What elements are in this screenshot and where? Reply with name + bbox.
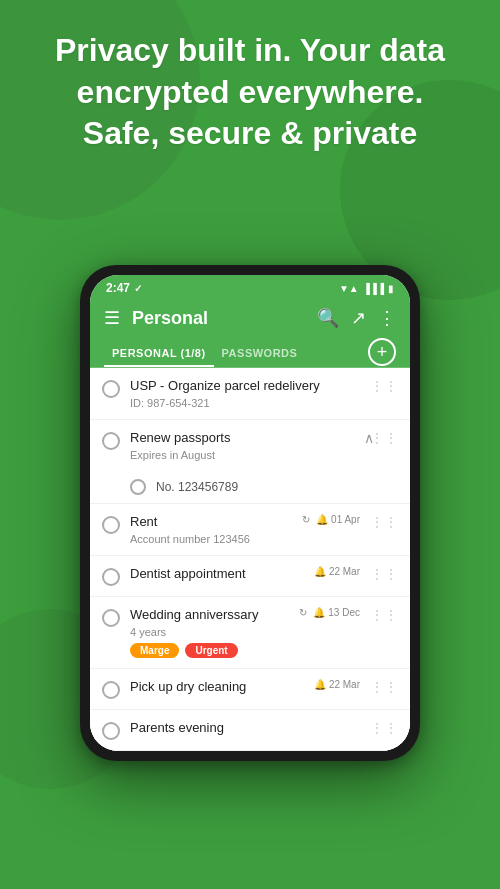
repeat-icon: ↻ <box>299 607 307 618</box>
task-meta: 🔔 22 Mar <box>314 679 360 690</box>
phone-outer-shell: 2:47 ✓ ▼▲ ▐▐▐ ▮ ☰ Personal 🔍 ↗ ⋮ PERSONA <box>80 265 420 761</box>
wifi-icon: ▼▲ <box>339 283 359 294</box>
task-content: Wedding anniverssary 4 years Marge Urgen… <box>130 607 289 658</box>
status-bar: 2:47 ✓ ▼▲ ▐▐▐ ▮ <box>90 275 410 299</box>
tag-urgent[interactable]: Urgent <box>185 643 237 658</box>
task-content: Dentist appointment <box>130 566 304 583</box>
alarm-icon: 🔔 <box>316 514 328 525</box>
task-item: Wedding anniverssary 4 years Marge Urgen… <box>90 597 410 669</box>
task-checkbox[interactable] <box>102 432 120 450</box>
sub-task-title: No. 123456789 <box>156 480 398 494</box>
task-date: 🔔 22 Mar <box>314 679 360 690</box>
tag-marge[interactable]: Marge <box>130 643 179 658</box>
task-checkbox[interactable] <box>102 568 120 586</box>
task-title: Wedding anniverssary <box>130 607 289 624</box>
phone-screen: 2:47 ✓ ▼▲ ▐▐▐ ▮ ☰ Personal 🔍 ↗ ⋮ PERSONA <box>90 275 410 751</box>
more-icon[interactable]: ⋮ <box>378 307 396 329</box>
task-item: Parents evening ⋮⋮ <box>90 710 410 751</box>
task-tags: Marge Urgent <box>130 643 289 658</box>
task-checkbox[interactable] <box>102 609 120 627</box>
task-item: Dentist appointment 🔔 22 Mar ⋮⋮ <box>90 556 410 597</box>
drag-handle[interactable]: ⋮⋮ <box>370 679 398 695</box>
task-title: USP - Organize parcel redelivery <box>130 378 360 395</box>
sub-task-item: No. 123456789 <box>90 471 410 504</box>
task-item: Renew passports Expires in August ∧ ⋮⋮ <box>90 420 410 471</box>
task-meta: 🔔 22 Mar <box>314 566 360 577</box>
drag-handle[interactable]: ⋮⋮ <box>370 566 398 582</box>
add-list-button[interactable]: + <box>368 338 396 366</box>
tabs-bar: PERSONAL (1/8) PASSWORDS + <box>90 337 410 368</box>
task-subtitle: 4 years <box>130 626 289 638</box>
task-list: USP - Organize parcel redelivery ID: 987… <box>90 368 410 751</box>
task-checkbox[interactable] <box>102 722 120 740</box>
task-content: Pick up dry cleaning <box>130 679 304 696</box>
task-checkbox[interactable] <box>102 380 120 398</box>
battery-icon: ▮ <box>388 283 394 294</box>
task-item: Pick up dry cleaning 🔔 22 Mar ⋮⋮ <box>90 669 410 710</box>
task-content: Rent Account number 123456 <box>130 514 292 545</box>
app-bar: ☰ Personal 🔍 ↗ ⋮ <box>90 299 410 337</box>
search-icon[interactable]: 🔍 <box>317 307 339 329</box>
drag-handle[interactable]: ⋮⋮ <box>370 378 398 394</box>
task-item: Rent Account number 123456 ↻ 🔔 01 Apr ⋮⋮ <box>90 504 410 556</box>
status-icons: ▼▲ ▐▐▐ ▮ <box>339 283 394 294</box>
collapse-button[interactable]: ∧ <box>364 430 374 446</box>
task-checkbox[interactable] <box>102 516 120 534</box>
sub-task-checkbox[interactable] <box>130 479 146 495</box>
task-title: Parents evening <box>130 720 360 737</box>
task-item: USP - Organize parcel redelivery ID: 987… <box>90 368 410 420</box>
share-icon[interactable]: ↗ <box>351 307 366 329</box>
task-title: Renew passports <box>130 430 360 447</box>
task-subtitle: Account number 123456 <box>130 533 292 545</box>
status-time: 2:47 ✓ <box>106 281 142 295</box>
task-date: 🔔 01 Apr <box>316 514 360 525</box>
tab-passwords[interactable]: PASSWORDS <box>214 337 306 367</box>
alarm-icon: 🔔 <box>314 679 326 690</box>
task-date: 🔔 13 Dec <box>313 607 360 618</box>
hero-title: Privacy built in. Your data encrypted ev… <box>20 30 480 155</box>
drag-handle[interactable]: ⋮⋮ <box>370 720 398 736</box>
hero-section: Privacy built in. Your data encrypted ev… <box>0 30 500 155</box>
drag-handle[interactable]: ⋮⋮ <box>370 607 398 623</box>
tab-personal[interactable]: PERSONAL (1/8) <box>104 337 214 367</box>
task-checkbox[interactable] <box>102 681 120 699</box>
task-title: Pick up dry cleaning <box>130 679 304 696</box>
alarm-icon: 🔔 <box>313 607 325 618</box>
task-meta: ↻ 🔔 13 Dec <box>299 607 360 618</box>
task-title: Rent <box>130 514 292 531</box>
repeat-icon: ↻ <box>302 514 310 525</box>
phone-mockup: 2:47 ✓ ▼▲ ▐▐▐ ▮ ☰ Personal 🔍 ↗ ⋮ PERSONA <box>80 265 420 761</box>
task-subtitle: Expires in August <box>130 449 360 461</box>
alarm-icon: 🔔 <box>314 566 326 577</box>
task-content: USP - Organize parcel redelivery ID: 987… <box>130 378 360 409</box>
signal-icon: ▐▐▐ <box>363 283 384 294</box>
drag-handle[interactable]: ⋮⋮ <box>370 514 398 530</box>
task-date: 🔔 22 Mar <box>314 566 360 577</box>
task-meta: ↻ 🔔 01 Apr <box>302 514 360 525</box>
task-content: Renew passports Expires in August <box>130 430 360 461</box>
task-subtitle: ID: 987-654-321 <box>130 397 360 409</box>
task-title: Dentist appointment <box>130 566 304 583</box>
task-content: Parents evening <box>130 720 360 737</box>
menu-icon[interactable]: ☰ <box>104 307 120 329</box>
app-title: Personal <box>132 308 305 329</box>
drag-handle[interactable]: ⋮⋮ <box>370 430 398 446</box>
